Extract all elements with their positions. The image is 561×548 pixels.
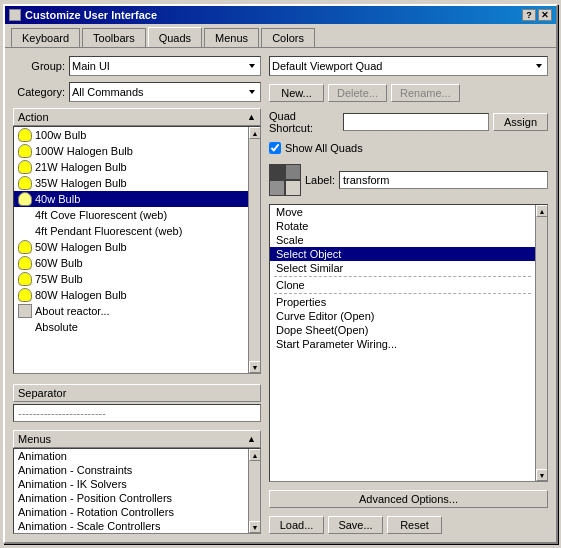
separator-section: Separator ------------------------: [13, 382, 261, 422]
close-button[interactable]: ✕: [538, 9, 552, 21]
ndr-row: New... Delete... Rename...: [269, 84, 548, 102]
menu-item[interactable]: Animation: [14, 449, 248, 463]
viewport-select[interactable]: Default Viewport Quad: [269, 56, 548, 76]
quad-separator-2: [274, 293, 531, 294]
list-item[interactable]: 35W Halogen Bulb: [14, 175, 248, 191]
list-item[interactable]: 80W Halogen Bulb: [14, 287, 248, 303]
scroll-up-btn[interactable]: ▲: [249, 127, 261, 139]
list-item[interactable]: 100w Bulb: [14, 127, 248, 143]
assign-button[interactable]: Assign: [493, 113, 548, 131]
group-row: Group: Main UI: [13, 56, 261, 76]
title-bar: Customize User Interface ? ✕: [5, 6, 556, 24]
scroll-down-btn[interactable]: ▼: [249, 361, 261, 373]
menu-item[interactable]: Animation - IK Solvers: [14, 477, 248, 491]
bulb-icon: [18, 160, 32, 174]
color-sq-3[interactable]: [269, 180, 285, 196]
quad-item[interactable]: Rotate: [270, 219, 535, 233]
list-item[interactable]: 40w Bulb: [14, 191, 248, 207]
quad-item[interactable]: Properties: [270, 295, 535, 309]
label-label: Label:: [305, 174, 335, 186]
quad-item[interactable]: Clone: [270, 278, 535, 292]
group-label: Group:: [13, 60, 65, 72]
menus-list-container: Animation Animation - Constraints Animat…: [13, 448, 261, 534]
about-icon: [18, 304, 32, 318]
menus-scroll-down-btn[interactable]: ▼: [249, 521, 261, 533]
quad-item[interactable]: Select Similar: [270, 261, 535, 275]
rename-button[interactable]: Rename...: [391, 84, 460, 102]
quad-item[interactable]: Start Parameter Wiring...: [270, 337, 535, 351]
menu-item[interactable]: Animation - Rotation Controllers: [14, 505, 248, 519]
action-list-scrollbar: ▲ ▼: [248, 127, 260, 373]
show-all-quads-label: Show All Quads: [285, 142, 363, 154]
label-input[interactable]: [339, 171, 548, 189]
bulb-icon: [18, 240, 32, 254]
show-all-quads-checkbox[interactable]: [269, 142, 281, 154]
title-bar-left: Customize User Interface: [9, 9, 157, 21]
item-icon: [18, 320, 32, 334]
quad-scrollbar: ▲ ▼: [535, 205, 547, 481]
menu-item[interactable]: Animation - Position Controllers: [14, 491, 248, 505]
color-sq-4[interactable]: [285, 180, 301, 196]
category-row: Category: All Commands: [13, 82, 261, 102]
quad-shortcut-row: Quad Shortcut: Assign: [269, 110, 548, 134]
item-icon: [18, 208, 32, 222]
tab-keyboard[interactable]: Keyboard: [11, 28, 80, 47]
menu-item[interactable]: Animation - Constraints: [14, 463, 248, 477]
left-panel: Group: Main UI Category: All Commands Ac…: [13, 56, 261, 534]
viewport-row: Default Viewport Quad: [269, 56, 548, 76]
reset-button[interactable]: Reset: [387, 516, 442, 534]
delete-button[interactable]: Delete...: [328, 84, 387, 102]
menu-item[interactable]: Animation - Scale Controllers: [14, 519, 248, 533]
tab-colors[interactable]: Colors: [261, 28, 315, 47]
tab-toolbars[interactable]: Toolbars: [82, 28, 146, 47]
list-item[interactable]: 60W Bulb: [14, 255, 248, 271]
quad-scroll-up[interactable]: ▲: [536, 205, 548, 217]
list-item[interactable]: Absolute: [14, 319, 248, 335]
tab-menus[interactable]: Menus: [204, 28, 259, 47]
list-item[interactable]: 100W Halogen Bulb: [14, 143, 248, 159]
quad-list-container: Move Rotate Scale Select Object Select S…: [269, 204, 548, 482]
save-button[interactable]: Save...: [328, 516, 383, 534]
menus-scroll-up[interactable]: ▲: [247, 434, 256, 444]
menus-scroll-up-btn[interactable]: ▲: [249, 449, 261, 461]
separator-line: ------------------------: [13, 404, 261, 422]
category-select[interactable]: All Commands: [69, 82, 261, 102]
quad-item[interactable]: Scale: [270, 233, 535, 247]
action-list: 100w Bulb 100W Halogen Bulb 21W Halogen …: [14, 127, 248, 373]
quad-shortcut-input[interactable]: [343, 113, 489, 131]
window-icon: [9, 9, 21, 21]
list-item[interactable]: About reactor...: [14, 303, 248, 319]
right-panel: Default Viewport Quad New... Delete... R…: [269, 56, 548, 534]
color-sq-1[interactable]: [269, 164, 285, 180]
advanced-options-button[interactable]: Advanced Options...: [269, 490, 548, 508]
quad-item[interactable]: Dope Sheet(Open): [270, 323, 535, 337]
color-squares: [269, 164, 301, 196]
menus-scroll-track: [249, 461, 260, 521]
menus-section: Menus ▲ Animation Animation - Constraint…: [13, 430, 261, 534]
quad-item[interactable]: Move: [270, 205, 535, 219]
action-scroll-up[interactable]: ▲: [247, 112, 256, 122]
quad-separator-1: [274, 276, 531, 277]
color-label-row: Label:: [269, 164, 548, 196]
advanced-row: Advanced Options...: [269, 490, 548, 508]
load-button[interactable]: Load...: [269, 516, 324, 534]
list-item[interactable]: 4ft Cove Fluorescent (web): [14, 207, 248, 223]
menus-list: Animation Animation - Constraints Animat…: [14, 449, 248, 533]
tab-quads[interactable]: Quads: [148, 27, 202, 47]
list-item[interactable]: 21W Halogen Bulb: [14, 159, 248, 175]
color-sq-2[interactable]: [285, 164, 301, 180]
quad-item[interactable]: Curve Editor (Open): [270, 309, 535, 323]
quad-scroll-down[interactable]: ▼: [536, 469, 548, 481]
lsr-row: Load... Save... Reset: [269, 516, 548, 534]
quad-list: Move Rotate Scale Select Object Select S…: [270, 205, 535, 481]
list-item[interactable]: 50W Halogen Bulb: [14, 239, 248, 255]
group-select[interactable]: Main UI: [69, 56, 261, 76]
item-icon: [18, 224, 32, 238]
quad-shortcut-label: Quad Shortcut:: [269, 110, 339, 134]
scroll-track: [249, 139, 260, 361]
quad-item-selected[interactable]: Select Object: [270, 247, 535, 261]
help-button[interactable]: ?: [522, 9, 536, 21]
list-item[interactable]: 75W Bulb: [14, 271, 248, 287]
list-item[interactable]: 4ft Pendant Fluorescent (web): [14, 223, 248, 239]
new-button[interactable]: New...: [269, 84, 324, 102]
